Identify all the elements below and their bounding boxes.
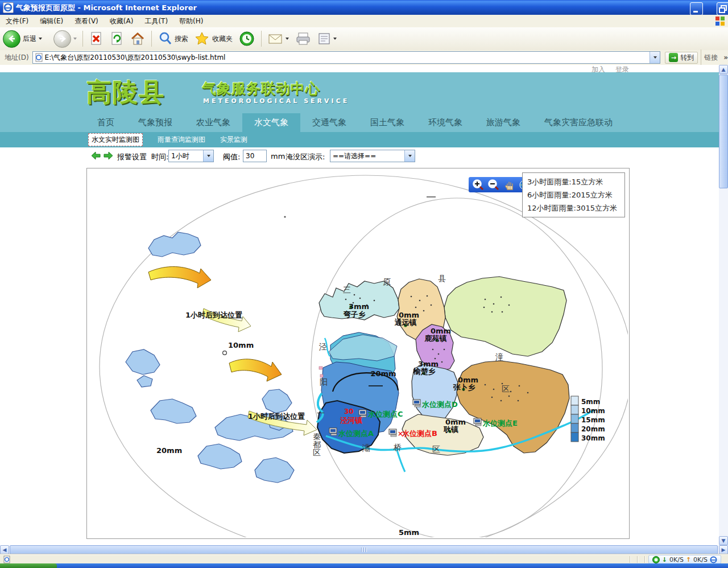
menu-file[interactable]: 文件(F) xyxy=(0,15,34,27)
history-icon xyxy=(238,30,255,47)
next-arrow-button[interactable] xyxy=(104,151,113,162)
flood-demo-select[interactable]: ==请选择== xyxy=(330,150,415,162)
nav-agriculture[interactable]: 农业气象 xyxy=(184,113,242,132)
scroll-right-button[interactable]: ▶ xyxy=(719,545,728,554)
threshold-value: 30 xyxy=(246,152,254,160)
mail-button[interactable] xyxy=(264,32,292,46)
favorites-star-icon xyxy=(194,31,210,47)
logo-english-name: METEOROLOGICAL SERVICE xyxy=(203,97,349,105)
scroll-down-button[interactable]: ▼ xyxy=(719,536,728,545)
nav-disaster-emergency[interactable]: 气象灾害应急联动 xyxy=(532,113,624,132)
address-input[interactable]: E:\气象台\原型20110530\原型20110530\swyb-list.h… xyxy=(32,51,661,64)
alarm-controls: 报警设置 时间: 1小时 阀值: 30 mm 淹没区演示: ==请选择== xyxy=(0,147,719,168)
search-icon xyxy=(158,31,172,47)
print-button[interactable] xyxy=(292,31,315,46)
svg-text:20mm: 20mm xyxy=(370,369,396,378)
favorites-label: 收藏夹 xyxy=(212,34,233,44)
edit-button[interactable] xyxy=(315,32,340,46)
map-zoom-out-icon[interactable] xyxy=(487,179,500,191)
nav-traffic[interactable]: 交通气象 xyxy=(300,113,358,132)
prev-arrow-button[interactable] xyxy=(91,151,101,162)
vertical-scroll-thumb[interactable] xyxy=(719,75,728,188)
horizontal-scrollbar[interactable]: ◀ ▶ xyxy=(0,545,728,554)
mail-icon xyxy=(267,32,283,46)
hydrology-map[interactable]: 1小时后到达位置 1小时后到达位置 10mm 20mm 5mm xyxy=(86,168,630,539)
threshold-input[interactable]: 30 xyxy=(243,150,267,162)
favorites-button[interactable]: 收藏夹 xyxy=(191,31,235,47)
refresh-button[interactable] xyxy=(106,31,127,47)
svg-text:潼: 潼 xyxy=(495,352,503,361)
subnav-live-view[interactable]: 实景监测 xyxy=(220,135,247,145)
download-arrow-icon: ↓ xyxy=(662,556,667,563)
mail-dropdown-icon[interactable] xyxy=(286,38,289,40)
upload-speed: 0K/S xyxy=(693,556,708,563)
edit-dropdown-icon[interactable] xyxy=(333,38,337,40)
map-pan-hand-icon[interactable] xyxy=(503,179,515,191)
svg-text:榆楚乡: 榆楚乡 xyxy=(413,367,436,376)
nav-environment[interactable]: 环境气象 xyxy=(416,113,474,132)
svg-text:区: 区 xyxy=(432,444,440,454)
station-icon-b xyxy=(389,429,396,437)
stop-icon xyxy=(89,31,104,47)
svg-text:原: 原 xyxy=(383,277,391,286)
time-select-value: 1小时 xyxy=(171,151,189,161)
history-button[interactable] xyxy=(235,30,258,47)
subnav-rain-query[interactable]: 雨量查询监测图 xyxy=(158,135,205,145)
back-dropdown-icon[interactable] xyxy=(39,38,42,40)
scroll-left-button[interactable]: ◀ xyxy=(0,545,9,554)
scroll-up-button[interactable]: ▲ xyxy=(719,65,728,74)
stop-button[interactable] xyxy=(86,31,106,47)
nav-tourism[interactable]: 旅游气象 xyxy=(474,113,532,132)
title-bar: 气象预报页面原型 - Microsoft Internet Explorer xyxy=(0,0,728,15)
home-button[interactable] xyxy=(127,31,148,47)
subnav-realtime-monitor[interactable]: 水文实时监测图 xyxy=(88,133,143,146)
back-button[interactable]: 后退 xyxy=(0,30,45,48)
go-button[interactable]: → 转到 xyxy=(665,52,698,64)
status-page-icon xyxy=(3,555,11,563)
nav-land[interactable]: 国土气象 xyxy=(358,113,416,132)
flood-select-dropdown-icon[interactable] xyxy=(404,150,415,162)
search-label: 搜索 xyxy=(175,34,188,44)
menu-help[interactable]: 帮助(H) xyxy=(173,15,209,27)
links-more-icon[interactable]: » xyxy=(723,53,728,61)
svg-text:张卜乡: 张卜乡 xyxy=(453,383,475,392)
menu-view[interactable]: 查看(V) xyxy=(69,15,104,27)
site-header: 高陵县 气象服务联动中心 METEOROLOGICAL SERVICE xyxy=(0,72,719,113)
svg-text:泾: 泾 xyxy=(318,342,327,351)
refresh-icon xyxy=(109,31,124,47)
time-select-dropdown-icon[interactable] xyxy=(203,150,213,162)
svg-text:弯子乡: 弯子乡 xyxy=(343,310,366,319)
print-icon xyxy=(295,31,312,46)
nav-home[interactable]: 首页 xyxy=(85,113,126,132)
svg-text:10mm: 10mm xyxy=(581,407,605,415)
user-bar: 加入 登录 xyxy=(0,65,719,72)
home-icon xyxy=(130,31,146,47)
rainfall-12h: 12小时面雨量:3015立方米 xyxy=(527,203,620,213)
threshold-unit: mm xyxy=(271,152,285,160)
links-label[interactable]: 链接 xyxy=(704,53,718,63)
restore-button[interactable] xyxy=(717,2,728,15)
svg-text:水位测点B: 水位测点B xyxy=(402,429,437,438)
windows-taskbar[interactable] xyxy=(0,563,728,568)
minimize-button[interactable] xyxy=(690,2,703,15)
search-button[interactable]: 搜索 xyxy=(155,31,191,47)
address-label: 地址(D) xyxy=(5,53,29,63)
menu-tools[interactable]: 工具(T) xyxy=(139,15,173,27)
map-zoom-in-icon[interactable] xyxy=(472,179,485,191)
forward-button[interactable] xyxy=(51,30,80,48)
nav-weather-forecast[interactable]: 气象预报 xyxy=(126,113,184,132)
nav-hydrology[interactable]: 水文气象 xyxy=(242,113,300,132)
address-dropdown-button[interactable] xyxy=(650,52,660,63)
back-label: 后退 xyxy=(23,34,36,44)
window-title: 气象预报页面原型 - Microsoft Internet Explorer xyxy=(16,3,197,13)
start-button[interactable] xyxy=(0,563,57,568)
menu-edit[interactable]: 编辑(E) xyxy=(34,15,69,27)
time-select[interactable]: 1小时 xyxy=(168,150,214,162)
vertical-scrollbar[interactable]: ▲ ▼ xyxy=(719,65,728,545)
threshold-label: 阀值: xyxy=(223,152,240,162)
horizontal-scroll-thumb[interactable] xyxy=(10,545,718,554)
svg-text:县: 县 xyxy=(438,274,446,283)
svg-text:一: 一 xyxy=(317,409,325,418)
menu-favorites[interactable]: 收藏(A) xyxy=(104,15,139,27)
svg-text:水位测点C: 水位测点C xyxy=(367,410,403,418)
